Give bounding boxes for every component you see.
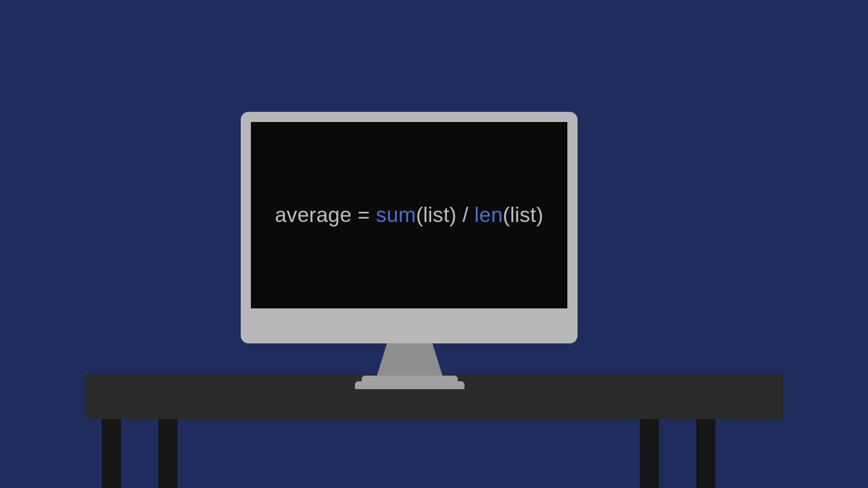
desk-leg [696, 419, 715, 488]
monitor-screen: average = sum(list) / len(list) [251, 122, 567, 308]
code-text: average = [275, 203, 376, 226]
code-text: (list) [503, 203, 544, 226]
code-keyword-sum: sum [376, 203, 416, 226]
desk-leg [158, 419, 177, 488]
code-keyword-len: len [475, 203, 503, 226]
code-text: (list) / [416, 203, 474, 226]
code-line: average = sum(list) / len(list) [275, 203, 543, 227]
desk-leg [640, 419, 659, 488]
desk-leg [102, 419, 121, 488]
monitor-stand-base [355, 381, 465, 389]
